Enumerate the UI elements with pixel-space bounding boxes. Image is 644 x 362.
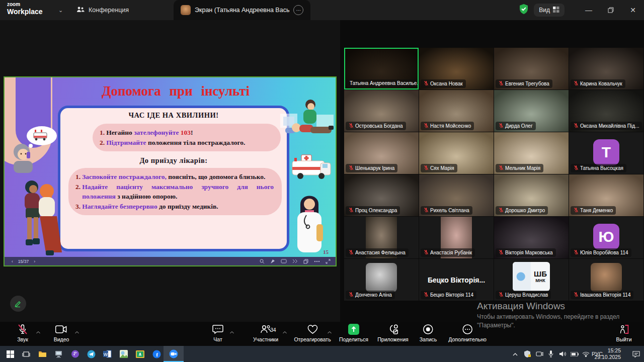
react-options-chevron[interactable]: [328, 327, 332, 336]
participant-tile[interactable]: Евгения Трегубова: [494, 48, 569, 89]
participants-options-chevron[interactable]: [283, 327, 287, 336]
participant-tile[interactable]: Татьяна Андреевна Василье...: [344, 48, 419, 89]
clock-time: 15:25: [594, 347, 621, 354]
participant-name: Таня Деменко: [580, 208, 613, 213]
facebook-icon[interactable]: f: [148, 346, 165, 362]
slide-list-item: 2.Підтримайте положення тіла постраждало…: [100, 138, 273, 148]
muted-mic-icon: [574, 80, 579, 87]
slide-list-item: 2.Надайте пацієнту максимально зручного …: [75, 182, 274, 202]
display-icon[interactable]: [281, 259, 287, 264]
shared-slide-viewer: Допомога при інсульті ЧАС ІДЕ НА ХВИЛИНИ…: [4, 76, 337, 266]
close-button[interactable]: ✕: [622, 0, 644, 20]
record-button[interactable]: Запись: [420, 323, 437, 342]
muted-mic-icon: [574, 249, 579, 256]
participant-tile[interactable]: ТТатьяна Высоцкая: [569, 132, 643, 174]
participant-tile[interactable]: Карина Ковальчук: [569, 48, 643, 89]
participant-tile[interactable]: Вікторія Марковська: [494, 217, 569, 258]
leave-button[interactable]: Выйти: [616, 323, 631, 342]
annotation-pencil-button[interactable]: [10, 296, 26, 312]
classroom-icon[interactable]: [132, 346, 148, 362]
photos-app-icon[interactable]: [116, 346, 132, 362]
participant-tile[interactable]: Анастасія Рубанік: [419, 217, 494, 258]
participant-tile[interactable]: Дирда Олег: [494, 90, 569, 132]
more-label: Дополнительно: [448, 336, 487, 342]
participants-button[interactable]: 34 Участники: [253, 323, 278, 342]
participant-tile[interactable]: Островська Богдана: [344, 90, 419, 132]
participant-tile[interactable]: Таня Деменко: [569, 174, 643, 216]
file-explorer-icon[interactable]: [34, 346, 50, 362]
participant-name: Рихель Світлана: [430, 208, 469, 213]
windows-taskbar: W f ! РУС 15:25 29.10.2025: [0, 346, 644, 362]
tab-meeting[interactable]: Конференция: [69, 0, 136, 20]
heart-icon: [307, 323, 318, 335]
more-button[interactable]: Дополнительно: [448, 323, 487, 342]
task-view-button[interactable]: [18, 346, 34, 362]
participant-name-label: Рихель Світлана: [421, 206, 472, 215]
react-button[interactable]: Отреагировать: [294, 323, 331, 342]
participant-name-label: Шенькарук Ірина: [346, 164, 397, 172]
participant-tile[interactable]: ШБМНКЦеруш Владислав: [494, 259, 569, 301]
participant-tile[interactable]: ЮЮлія Воробйова 114: [569, 217, 643, 258]
apps-button[interactable]: Приложения: [377, 323, 408, 342]
participant-tile[interactable]: Анастасия Фелицына: [344, 217, 419, 258]
share-button[interactable]: Поделиться: [339, 323, 368, 342]
participant-tile[interactable]: Рихель Світлана: [419, 174, 494, 216]
photo-avatar: [591, 263, 622, 292]
video-options-chevron[interactable]: [75, 327, 79, 336]
word-icon[interactable]: W: [99, 346, 115, 362]
participant-tile[interactable]: Настя Мойсеєнко: [419, 90, 494, 132]
participant-name: Проц Олександра: [355, 208, 397, 213]
zoom-app-icon[interactable]: [164, 346, 184, 362]
fullscreen-icon[interactable]: [326, 259, 331, 264]
view-button[interactable]: Вид: [534, 4, 565, 17]
muted-mic-icon: [349, 123, 354, 129]
participants-label: Участники: [253, 336, 278, 342]
autoplay-icon[interactable]: [292, 259, 298, 263]
workspace-chevron-icon[interactable]: ⌄: [58, 7, 63, 14]
copy-slides-icon[interactable]: [303, 259, 308, 264]
muted-mic-icon: [349, 165, 354, 171]
minimize-button[interactable]: —: [578, 0, 600, 20]
audio-options-chevron[interactable]: [36, 327, 41, 336]
zoom-out-icon[interactable]: [260, 259, 265, 264]
tab-more-icon[interactable]: ⋯: [293, 5, 303, 15]
tab-screen-share[interactable]: Экран (Татьяна Андреевна Вась ⋯: [174, 0, 310, 20]
laser-pointer-icon[interactable]: [270, 259, 275, 264]
zoom-workplace-logo: zoom Workplace: [7, 2, 43, 15]
participant-tile[interactable]: Івашкова Вікторія 114: [569, 259, 643, 301]
participant-tile[interactable]: Бецко Вікторія...Бецко Вікторія 114: [419, 259, 494, 301]
photo-avatar: [366, 263, 397, 292]
video-button[interactable]: Видео: [54, 323, 69, 342]
telegram-icon[interactable]: [83, 346, 99, 362]
participant-tile[interactable]: Оксана Новак: [419, 48, 494, 89]
participant-tile[interactable]: Донченко Аліна: [344, 259, 419, 301]
participant-name-label: Івашкова Вікторія 114: [571, 291, 633, 299]
viber-icon[interactable]: [67, 346, 83, 362]
participant-tile[interactable]: Дорошко Дмитро: [494, 174, 569, 216]
pc-icon[interactable]: [50, 346, 66, 362]
clock[interactable]: 15:25 29.10.2025: [594, 347, 621, 360]
slide-prev-icon[interactable]: ‹: [12, 259, 13, 264]
chat-button[interactable]: Чат: [212, 323, 223, 342]
participant-tile[interactable]: Мельник Марія: [494, 132, 569, 174]
security-shield-icon[interactable]: [519, 4, 529, 17]
participant-tile[interactable]: Проц Олександра: [344, 174, 419, 216]
participant-name-label: Донченко Аліна: [346, 291, 395, 299]
participant-name-label: Островська Богдана: [346, 122, 406, 130]
muted-mic-icon: [499, 249, 504, 256]
slide-next-icon[interactable]: ›: [34, 259, 35, 264]
more-options-icon[interactable]: [314, 260, 320, 262]
chat-options-chevron[interactable]: [230, 327, 234, 336]
start-button[interactable]: [2, 346, 18, 362]
participant-name-label: Анастасія Рубанік: [421, 248, 475, 257]
notification-center-icon[interactable]: [628, 346, 644, 362]
brand-workplace: Workplace: [7, 8, 43, 15]
muted-mic-icon: [349, 292, 354, 298]
slide-list-item: 3.Наглядайте безперервно до приїзду меди…: [75, 202, 274, 212]
participant-tile[interactable]: Шенькарук Ірина: [344, 132, 419, 174]
chat-label: Чат: [213, 336, 222, 342]
participant-tile[interactable]: Сях Марія: [419, 132, 494, 174]
restore-button[interactable]: [600, 0, 622, 20]
audio-button[interactable]: Звук: [17, 323, 28, 342]
participant-tile[interactable]: Оксана Михайлівна Під...: [569, 90, 643, 132]
